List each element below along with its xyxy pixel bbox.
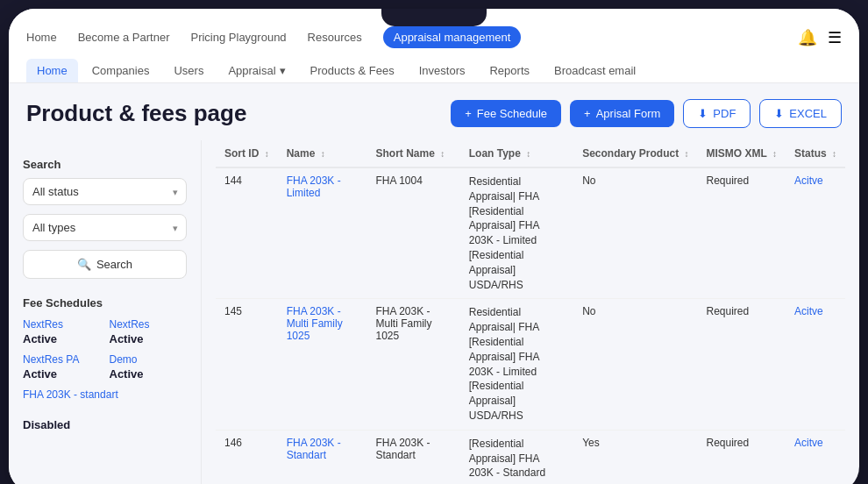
- fee-schedule-name-5[interactable]: FHA 203K - standart: [23, 388, 187, 401]
- fee-schedule-row-1: NextRes Active NextRes Active: [23, 318, 187, 346]
- subnav-investors[interactable]: Investors: [409, 59, 476, 82]
- col-secondary[interactable]: Secondary Product ↕: [573, 140, 697, 167]
- fee-schedule-item-5: FHA 203K - standart Disabled: [23, 388, 187, 432]
- cell-status: Acitve: [786, 430, 845, 484]
- main-nav-links: Home Become a Partner Pricing Playground…: [26, 26, 521, 48]
- nav-pricing[interactable]: Pricing Playground: [190, 31, 286, 44]
- subnav-broadcast[interactable]: Broadcast email: [544, 59, 646, 82]
- cell-mismo: Required: [698, 167, 786, 299]
- fee-schedule-name-1[interactable]: NextRes: [23, 318, 101, 331]
- cell-loan-type: Residential Appraisal| FHA [Residential …: [460, 167, 573, 299]
- plus-icon: +: [465, 107, 472, 120]
- sub-navigation: Home Companies Users Appraisal ▾ Product…: [26, 59, 842, 82]
- cell-mismo: Required: [698, 299, 786, 430]
- table-row: 144 FHA 203K - Limited FHA 1004 Resident…: [216, 167, 845, 299]
- fee-schedule-item-1: NextRes Active: [23, 318, 101, 346]
- cell-name: FHA 203K - Standart: [278, 430, 367, 484]
- download-pdf-icon: ⬇: [698, 107, 708, 120]
- fee-schedule-button[interactable]: + Fee Schedule: [451, 100, 561, 127]
- nav-appraisal[interactable]: Appraisal management: [383, 26, 522, 48]
- table-row: 146 FHA 203K - Standart FHA 203K - Stand…: [216, 430, 845, 484]
- cell-name: FHA 203K - Multi Family 1025: [278, 299, 367, 430]
- nav-partner[interactable]: Become a Partner: [78, 31, 170, 44]
- search-icon: 🔍: [77, 258, 91, 271]
- sidebar: Search All status Active Disabled ▾ All …: [9, 140, 202, 484]
- types-select-wrapper: All types ▾: [23, 214, 187, 241]
- sort-arrow-status: ↕: [832, 149, 836, 159]
- status-select[interactable]: All status Active Disabled: [23, 178, 187, 205]
- cell-secondary: Yes: [573, 430, 697, 484]
- fee-schedule-status-3: Active: [23, 367, 57, 381]
- sort-arrow-mismo: ↕: [772, 149, 777, 159]
- cell-status: Acitve: [786, 299, 845, 430]
- content-area: Product & fees page + Fee Schedule + Apr…: [9, 83, 859, 484]
- bell-icon[interactable]: 🔔: [798, 28, 817, 47]
- types-select[interactable]: All types: [23, 214, 187, 241]
- cell-short-name: FHA 203K - Multi Family 1025: [366, 299, 459, 430]
- col-short-name[interactable]: Short Name ↕: [366, 140, 459, 167]
- download-excel-icon: ⬇: [774, 107, 784, 120]
- search-label: Search: [23, 158, 187, 171]
- search-button[interactable]: 🔍 Search: [23, 250, 187, 279]
- fee-schedule-row-2: NextRes PA Active Demo Active: [23, 353, 187, 381]
- subnav-home[interactable]: Home: [26, 59, 78, 82]
- fee-schedules-title: Fee Schedules: [23, 296, 187, 310]
- fee-schedule-status-1: Active: [23, 332, 57, 345]
- pdf-button[interactable]: ⬇ PDF: [683, 99, 751, 128]
- name-link[interactable]: FHA 203K - Standart: [287, 437, 341, 461]
- nav-home[interactable]: Home: [26, 31, 57, 44]
- nav-resources[interactable]: Resources: [308, 31, 362, 44]
- fee-schedule-status-5: Disabled: [23, 418, 70, 431]
- col-name[interactable]: Name ↕: [278, 140, 367, 167]
- cell-sort-id: 146: [216, 430, 278, 484]
- sort-arrow-loan: ↕: [526, 149, 530, 159]
- table-wrapper: Sort ID ↕ Name ↕ Short Name ↕ Loan Type …: [202, 140, 859, 484]
- col-loan-type[interactable]: Loan Type ↕: [460, 140, 573, 167]
- chevron-down-icon: ▾: [280, 64, 286, 77]
- table-row: 145 FHA 203K - Multi Family 1025 FHA 203…: [216, 299, 845, 430]
- cell-short-name: FHA 1004: [366, 167, 459, 299]
- name-link[interactable]: FHA 203K - Multi Family 1025: [287, 305, 343, 342]
- sort-arrow-id: ↕: [265, 149, 269, 159]
- menu-icon[interactable]: ☰: [828, 28, 842, 47]
- header-buttons: + Fee Schedule + Aprisal Form ⬇ PDF ⬇ EX…: [451, 99, 842, 128]
- page-header: Product & fees page + Fee Schedule + Apr…: [9, 83, 859, 140]
- col-sort-id[interactable]: Sort ID ↕: [216, 140, 278, 167]
- cell-secondary: No: [573, 167, 697, 299]
- sort-arrow-secondary: ↕: [685, 149, 689, 159]
- cell-name: FHA 203K - Limited: [278, 167, 367, 299]
- appraisal-form-button[interactable]: + Aprisal Form: [570, 100, 674, 127]
- subnav-companies[interactable]: Companies: [82, 59, 160, 82]
- sort-arrow-name: ↕: [321, 149, 325, 159]
- content-body: Search All status Active Disabled ▾ All …: [9, 140, 859, 484]
- fee-schedules-section: Fee Schedules NextRes Active NextRes Act…: [23, 296, 187, 432]
- plus-icon-2: +: [584, 107, 591, 120]
- table-container: Sort ID ↕ Name ↕ Short Name ↕ Loan Type …: [202, 140, 859, 484]
- products-table: Sort ID ↕ Name ↕ Short Name ↕ Loan Type …: [216, 140, 845, 484]
- subnav-reports[interactable]: Reports: [479, 59, 540, 82]
- name-link[interactable]: FHA 203K - Limited: [287, 174, 341, 199]
- subnav-products[interactable]: Products & Fees: [300, 59, 405, 82]
- nav-icon-group: 🔔 ☰: [798, 28, 842, 47]
- cell-mismo: Required: [698, 430, 786, 484]
- cell-secondary: No: [573, 299, 697, 430]
- subnav-appraisal[interactable]: Appraisal ▾: [217, 59, 295, 82]
- cell-loan-type: Residential Appraisal| FHA [Residential …: [460, 299, 573, 430]
- excel-button[interactable]: ⬇ EXCEL: [759, 99, 842, 128]
- fee-schedule-name-3[interactable]: NextRes PA: [23, 353, 101, 366]
- cell-loan-type: [Residential Appraisal] FHA 203K - Stand…: [460, 430, 573, 484]
- subnav-users[interactable]: Users: [163, 59, 214, 82]
- status-select-wrapper: All status Active Disabled ▾: [23, 178, 187, 205]
- fee-schedule-name-2[interactable]: NextRes: [110, 318, 188, 331]
- cell-sort-id: 144: [216, 167, 278, 299]
- fee-schedule-item-4: Demo Active: [110, 353, 188, 381]
- fee-schedule-name-4[interactable]: Demo: [110, 353, 188, 366]
- cell-status: Acitve: [786, 167, 845, 299]
- page-title-area: Product & fees page: [26, 100, 246, 127]
- fee-schedule-item-2: NextRes Active: [110, 318, 188, 346]
- page-title: Product & fees page: [26, 100, 246, 127]
- sort-arrow-short: ↕: [440, 149, 445, 159]
- col-status[interactable]: Status ↕: [786, 140, 845, 167]
- fee-schedule-status-4: Active: [110, 367, 144, 381]
- col-mismo[interactable]: MISMO XML ↕: [698, 140, 786, 167]
